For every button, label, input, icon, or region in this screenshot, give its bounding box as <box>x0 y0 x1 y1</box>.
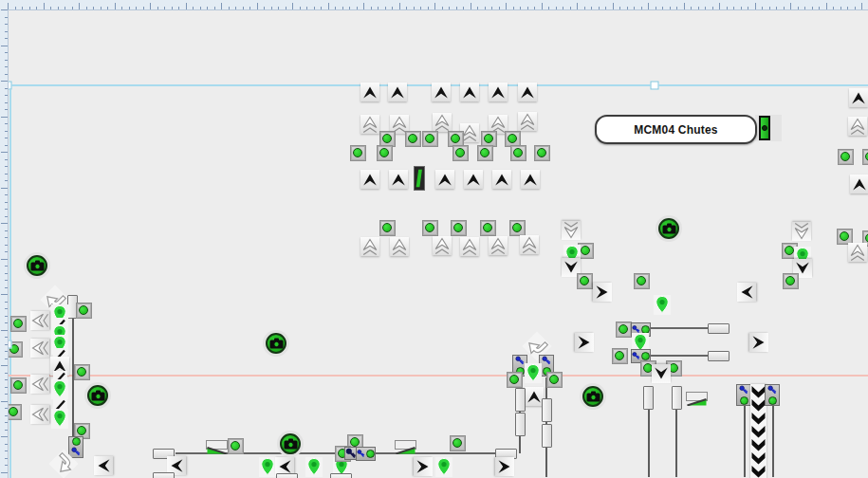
chevron-left-outline-icon[interactable] <box>30 375 49 394</box>
status-light[interactable] <box>377 145 393 161</box>
map-pin-icon[interactable] <box>654 295 671 315</box>
status-light[interactable] <box>862 149 868 165</box>
status-light[interactable] <box>422 131 438 147</box>
status-light[interactable] <box>507 372 523 388</box>
camera-status-icon[interactable] <box>263 330 289 357</box>
chevron-right-icon[interactable] <box>495 457 514 476</box>
map-pin-icon[interactable] <box>51 379 68 399</box>
map-pin-icon[interactable] <box>51 409 68 429</box>
map-pin-icon[interactable] <box>259 457 276 477</box>
cylinder[interactable] <box>542 398 552 422</box>
chevron-up-icon[interactable] <box>518 83 537 101</box>
status-light[interactable] <box>450 435 466 451</box>
status-light[interactable] <box>405 131 421 147</box>
chute-page-button[interactable]: MCM04 Chutes <box>595 115 757 144</box>
chevron-left-outline-icon[interactable] <box>30 311 49 330</box>
cylinder[interactable] <box>515 388 526 412</box>
chevron-left-outline-icon[interactable] <box>30 405 49 424</box>
status-light[interactable] <box>74 364 90 380</box>
chevron-up-outline-icon[interactable] <box>390 237 409 256</box>
status-light[interactable] <box>379 220 396 236</box>
camera-status-icon[interactable] <box>84 382 111 409</box>
status-key-combo[interactable] <box>68 436 83 458</box>
cylinder[interactable] <box>330 473 352 478</box>
cylinder[interactable] <box>153 472 175 478</box>
status-light[interactable] <box>838 149 854 165</box>
gate-position-icon[interactable] <box>414 166 425 191</box>
conveyor-chevron-strip[interactable] <box>750 384 766 478</box>
cylinder[interactable] <box>708 323 729 334</box>
chevron-down-outline-icon[interactable] <box>562 221 581 240</box>
status-light[interactable] <box>546 372 563 388</box>
chevron-up-outline-icon[interactable] <box>460 237 479 256</box>
status-light[interactable] <box>452 145 469 161</box>
chevron-right-icon[interactable] <box>593 283 612 302</box>
chevron-up-icon[interactable] <box>460 83 479 101</box>
chevron-up-outline-icon[interactable] <box>360 115 379 134</box>
status-light[interactable] <box>577 273 593 289</box>
status-light[interactable] <box>510 145 526 161</box>
camera-status-icon[interactable] <box>277 431 304 457</box>
chevron-right-icon[interactable] <box>749 333 768 352</box>
cylinder[interactable] <box>542 424 552 448</box>
chevron-up-icon[interactable] <box>492 170 511 189</box>
gate-indicator[interactable] <box>755 115 782 141</box>
selection-handle[interactable] <box>651 82 659 90</box>
status-light[interactable] <box>509 220 526 236</box>
chevron-up-outline-icon[interactable] <box>360 237 379 256</box>
chevron-up-outline-icon[interactable] <box>433 236 452 255</box>
chevron-up-outline-icon[interactable] <box>489 236 508 255</box>
status-light[interactable] <box>477 145 493 161</box>
cylinder[interactable] <box>276 473 298 478</box>
chevron-up-icon[interactable] <box>850 175 868 193</box>
camera-status-icon[interactable] <box>656 215 682 242</box>
cylinder[interactable] <box>515 413 526 436</box>
status-light[interactable] <box>76 303 92 319</box>
chevron-left-outline-icon[interactable] <box>30 339 49 358</box>
chevron-up-outline-icon[interactable] <box>520 235 539 254</box>
chevron-up-icon[interactable] <box>435 170 454 189</box>
chevron-up-outline-icon[interactable] <box>433 113 452 132</box>
status-light[interactable] <box>480 220 496 236</box>
cylinder[interactable] <box>672 386 682 410</box>
status-light[interactable] <box>451 220 467 236</box>
cylinder[interactable] <box>708 351 729 361</box>
chevron-up-icon[interactable] <box>432 83 451 101</box>
interlock-key-status[interactable] <box>356 447 376 461</box>
chevron-up-outline-icon[interactable] <box>848 243 867 262</box>
chevron-up-icon[interactable] <box>521 170 540 189</box>
status-light[interactable] <box>10 316 27 332</box>
chevron-up-icon[interactable] <box>360 83 379 101</box>
chevron-up-icon[interactable] <box>388 83 407 101</box>
chevron-right-icon[interactable] <box>575 333 594 352</box>
chevron-up-icon[interactable] <box>489 83 508 101</box>
map-pin-icon[interactable] <box>435 457 452 477</box>
status-light[interactable] <box>534 145 550 161</box>
camera-status-icon[interactable] <box>580 383 606 410</box>
belt-ramp-icon[interactable] <box>206 440 228 450</box>
chevron-left-icon[interactable] <box>94 456 113 475</box>
chevron-down-icon[interactable] <box>652 364 671 383</box>
chevron-left-icon[interactable] <box>737 283 756 302</box>
map-pin-icon[interactable] <box>525 363 542 383</box>
belt-ramp-icon[interactable] <box>686 392 708 401</box>
chevron-up-icon[interactable] <box>360 170 379 189</box>
status-light[interactable] <box>837 229 853 245</box>
chevron-up-icon[interactable] <box>464 170 483 189</box>
map-pin-icon[interactable] <box>305 457 323 477</box>
status-light[interactable] <box>350 145 366 161</box>
status-light[interactable] <box>228 438 244 454</box>
status-light[interactable] <box>634 273 650 289</box>
chevron-up-icon[interactable] <box>849 88 868 107</box>
chevron-down-outline-icon[interactable] <box>792 222 811 241</box>
status-light[interactable] <box>616 322 632 338</box>
cylinder[interactable] <box>643 386 654 410</box>
belt-ramp-icon[interactable] <box>395 440 416 450</box>
interlock-key-status[interactable] <box>765 384 780 406</box>
camera-status-icon[interactable] <box>24 252 50 279</box>
status-light[interactable] <box>612 348 628 364</box>
status-light[interactable] <box>783 273 799 289</box>
chevron-up-outline-icon[interactable] <box>518 112 537 131</box>
chevron-up-outline-icon[interactable] <box>848 117 867 136</box>
chevron-right-icon[interactable] <box>414 457 433 476</box>
